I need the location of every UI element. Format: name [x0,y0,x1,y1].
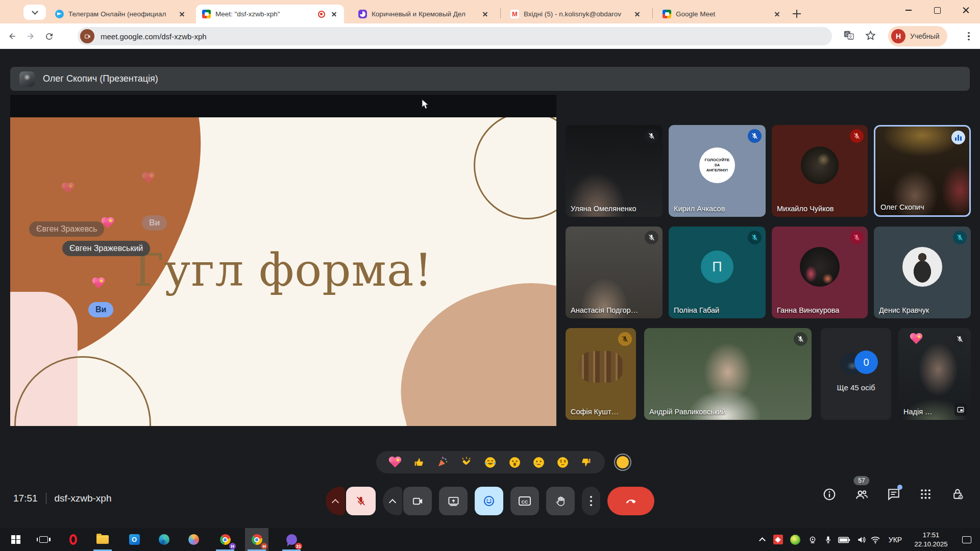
taskbar-copilot[interactable] [182,528,205,551]
participant-tile[interactable]: Софія Кушт… [566,328,636,420]
tab-title: Meet: "dsf-xzwb-xph" [215,10,313,18]
start-button[interactable] [4,528,28,551]
participant-name: Ганна Винокурова [777,306,839,314]
participant-tile-speaking[interactable]: Олег Скопич [874,125,971,217]
screen-share-video[interactable]: Гугл форма! Євген Зражевсь Ви Євген Зраж… [10,95,556,426]
sparkling-heart-reaction-button[interactable] [387,455,402,470]
more-participants-tile[interactable]: 0 Ще 45 осіб [821,328,891,420]
recording-indicator-icon [318,11,325,18]
browser-profile-chip[interactable]: Н Учебный [888,26,947,46]
new-tab-button[interactable] [790,7,803,20]
tab-telegram[interactable]: Телеграм Онлайн (неофициал [49,5,192,23]
close-icon[interactable] [330,10,339,19]
tab-google-meet[interactable]: Google Meet [656,5,787,23]
chat-button[interactable] [887,488,900,501]
taskbar-clock[interactable]: 17:51 22.10.2025 [908,528,954,551]
chrome-icon [252,534,262,545]
sparkling-heart-icon [101,217,118,234]
language-indicator[interactable]: УКР [884,528,906,551]
tray-recorder-app[interactable] [770,528,786,551]
window-minimize-button[interactable] [894,0,923,20]
camera-in-use-icon[interactable] [80,29,94,43]
present-screen-button[interactable] [439,487,468,515]
participant-tile[interactable]: Андрій Равликовський [644,328,812,420]
thumbs-up-reaction-button[interactable] [411,455,426,470]
cry-reaction-button[interactable] [531,455,546,470]
participant-tile[interactable]: Ганна Винокурова [772,227,868,318]
reaction-bar [376,451,605,473]
address-bar[interactable]: meet.google.com/dsf-xzwb-xph [78,27,832,45]
reactions-button-active[interactable] [475,487,503,515]
participants-button[interactable]: 57 [855,488,868,501]
meeting-details-button[interactable] [823,488,836,501]
tab-title: Коричневый и Кремовый Дел [372,10,476,18]
close-icon[interactable] [773,10,782,19]
taskbar-viber[interactable]: 31 [280,528,303,551]
tray-camera-indicator[interactable] [804,528,821,551]
party-popper-reaction-button[interactable] [435,455,450,470]
participant-tile[interactable]: П Поліна Габай [669,227,766,318]
thumbs-down-reaction-button[interactable] [579,455,594,470]
participant-tile[interactable]: Уляна Омеляненко [566,125,663,217]
tab-separator [500,8,501,18]
end-call-button[interactable] [607,487,654,515]
close-icon[interactable] [633,10,642,19]
reload-icon[interactable] [42,29,56,43]
clap-reaction-button[interactable] [459,455,474,470]
reaction-name-label: Євген Зражевський [62,241,150,256]
action-center-button[interactable] [958,528,976,551]
participant-tile[interactable]: ГОЛОСУЙТЕ ЗА АНГЕЛІНУ! Кирил Ачкасов [669,125,766,217]
thinking-reaction-button[interactable] [555,455,570,470]
tab-design[interactable]: Коричневый и Кремовый Дел [352,5,495,23]
window-close-button[interactable] [951,0,980,20]
tab-meet-active[interactable]: Meet: "dsf-xzwb-xph" [196,5,344,23]
tray-antivirus-app[interactable] [787,528,803,551]
skin-tone-selector-button[interactable] [614,454,631,471]
task-view-button[interactable] [32,528,55,551]
forward-icon[interactable] [23,29,38,43]
tab-title: Вхідні (5) - n.kolisnyk@obdarov [524,10,628,18]
participant-tile[interactable]: Михайло Чуйков [772,125,868,217]
mic-mute-button[interactable] [346,487,376,515]
back-icon[interactable] [5,29,19,43]
close-icon[interactable] [481,10,490,19]
translate-icon[interactable]: G文 [843,30,856,43]
taskbar-edge[interactable] [152,528,176,551]
picture-in-picture-icon[interactable] [954,404,967,416]
participant-name: Анастасія Подгор… [571,306,638,314]
more-participants-label: Ще 45 осіб [821,383,891,392]
tab-search-button[interactable] [23,5,46,20]
presenter-banner[interactable]: Олег Скопич (Презентація) [10,67,970,91]
bookmark-star-icon[interactable] [865,30,878,43]
taskbar-opera[interactable] [61,528,85,551]
participant-tile[interactable]: Анастасія Подгор… [566,227,663,318]
url-text: meet.google.com/dsf-xzwb-xph [101,32,207,41]
opera-icon [69,534,77,545]
tray-wifi-icon[interactable] [867,528,884,551]
participant-tile[interactable]: Денис Кравчук [874,227,971,318]
more-options-button[interactable] [582,487,600,515]
participant-tile[interactable]: Надія … [898,328,971,420]
participant-name: Олег Скопич [880,203,924,211]
tray-battery-icon[interactable] [835,528,853,551]
camera-button[interactable] [403,487,432,515]
close-icon[interactable] [178,10,187,19]
activities-button[interactable] [919,488,933,501]
tray-expand-button[interactable] [754,528,770,551]
taskbar-chrome-profile2-active[interactable]: H [245,528,268,551]
captions-button[interactable]: CC [510,487,539,515]
taskbar-outlook[interactable]: O [122,528,146,551]
mic-options-button[interactable] [326,487,345,515]
tray-mic-indicator[interactable] [821,528,835,551]
host-controls-button[interactable] [951,488,965,501]
wow-reaction-button[interactable] [507,455,522,470]
mouse-cursor [422,99,429,110]
joy-reaction-button[interactable] [483,455,498,470]
taskbar-chrome-profile1[interactable]: H [213,528,237,551]
browser-menu-icon[interactable] [964,30,974,42]
window-maximize-button[interactable] [923,0,951,20]
tab-gmail[interactable]: M Вхідні (5) - n.kolisnyk@obdarov [504,5,647,23]
raise-hand-button[interactable] [546,487,575,515]
taskbar-file-explorer[interactable] [91,528,114,551]
camera-options-button[interactable] [383,487,402,515]
